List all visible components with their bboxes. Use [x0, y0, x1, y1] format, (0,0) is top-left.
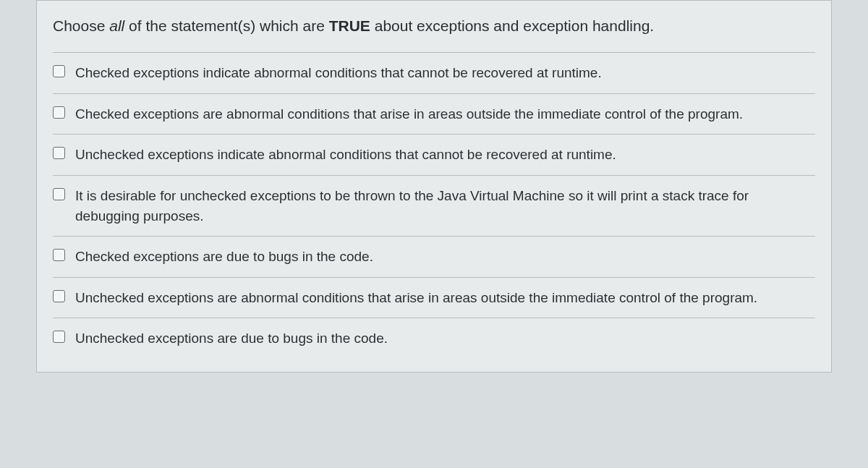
option-text: It is desirable for unchecked exceptions… [75, 186, 815, 226]
option-text: Unchecked exceptions indicate abnormal c… [75, 145, 616, 165]
question-prompt: Choose all of the statement(s) which are… [53, 15, 815, 36]
option-checkbox-3[interactable] [53, 188, 65, 200]
option-checkbox-5[interactable] [53, 290, 65, 302]
option-text: Checked exceptions are due to bugs in th… [75, 247, 373, 267]
prompt-text-pre: Choose [53, 17, 109, 34]
option-row: Checked exceptions indicate abnormal con… [53, 52, 815, 93]
option-row: It is desirable for unchecked exceptions… [53, 175, 815, 236]
option-checkbox-0[interactable] [53, 65, 65, 77]
option-row: Checked exceptions are due to bugs in th… [53, 236, 815, 277]
prompt-text-post: about exceptions and exception handling. [370, 17, 654, 34]
prompt-text-all: all [109, 17, 124, 34]
option-text: Checked exceptions are abnormal conditio… [75, 104, 743, 124]
option-row: Unchecked exceptions are due to bugs in … [53, 318, 815, 359]
option-checkbox-2[interactable] [53, 147, 65, 159]
option-checkbox-4[interactable] [53, 249, 65, 261]
option-checkbox-1[interactable] [53, 106, 65, 119]
option-text: Unchecked exceptions are abnormal condit… [75, 288, 757, 308]
option-text: Unchecked exceptions are due to bugs in … [75, 328, 388, 349]
option-row: Unchecked exceptions are abnormal condit… [53, 277, 815, 318]
option-row: Checked exceptions are abnormal conditio… [53, 93, 815, 135]
option-row: Unchecked exceptions indicate abnormal c… [53, 134, 815, 175]
option-checkbox-6[interactable] [53, 331, 65, 343]
question-container: Choose all of the statement(s) which are… [36, 0, 832, 373]
prompt-text-mid: of the statement(s) which are [124, 17, 328, 34]
option-text: Checked exceptions indicate abnormal con… [75, 63, 602, 83]
prompt-text-true: TRUE [329, 17, 370, 34]
